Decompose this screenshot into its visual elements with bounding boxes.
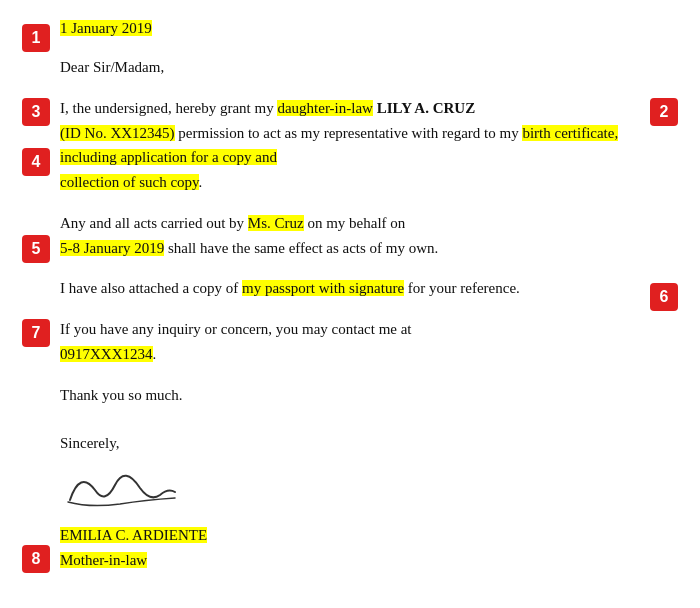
para4-phone: 0917XXX1234 (60, 346, 153, 362)
para1-name: LILY A. CRUZ (373, 100, 475, 116)
para4-period: . (153, 346, 157, 362)
para3-text: I have also attached a copy of my passpo… (60, 276, 640, 301)
para2-post2: shall have the same effect as acts of my… (164, 240, 438, 256)
signature-title-highlight: Mother-in-law (60, 552, 147, 568)
para4-text: If you have any inquiry or concern, you … (60, 317, 640, 367)
para4-pre1: If you have any inquiry or concern, you … (60, 321, 412, 337)
badge-2: 2 (650, 98, 678, 126)
salutation-text: Dear Sir/Madam, (60, 55, 640, 80)
badge-3: 3 (22, 98, 50, 126)
para2-text: Any and all acts carried out by Ms. Cruz… (60, 211, 640, 261)
signature-svg (60, 460, 180, 515)
para3-passport: my passport with signature (242, 280, 404, 296)
para2-ms-cruz: Ms. Cruz (248, 215, 304, 231)
para1-id: (ID No. XX12345) (60, 125, 175, 141)
badge-4: 4 (22, 148, 50, 176)
date-highlight: 1 January 2019 (60, 20, 152, 36)
signature-name: EMILIA C. ARDIENTE (60, 523, 640, 548)
signature-cursive (60, 460, 640, 521)
para2-dates: 5-8 January 2019 (60, 240, 164, 256)
para2-post1: on my behalf on (304, 215, 406, 231)
badge-6: 6 (650, 283, 678, 311)
para3-post1: for your reference. (404, 280, 520, 296)
badge-7: 7 (22, 319, 50, 347)
badge-1: 1 (22, 24, 50, 52)
para1-text: I, the undersigned, hereby grant my daug… (60, 96, 640, 195)
para1-pre1: I, the undersigned, hereby grant my (60, 100, 277, 116)
badge-5: 5 (22, 235, 50, 263)
closing-text: Thank you so much. (60, 383, 640, 408)
sincerely-text: Sincerely, (60, 431, 640, 456)
para2-pre1: Any and all acts carried out by (60, 215, 248, 231)
signature-title: Mother-in-law (60, 548, 640, 573)
para1-daughter-in-law: daughter-in-law (277, 100, 373, 116)
badge-8: 8 (22, 545, 50, 573)
date-text: 1 January 2019 (60, 20, 152, 36)
signature-name-highlight: EMILIA C. ARDIENTE (60, 527, 207, 543)
para1-period: . (199, 174, 203, 190)
para3-pre1: I have also attached a copy of (60, 280, 242, 296)
para1-post2: permission to act as my representative w… (175, 125, 523, 141)
